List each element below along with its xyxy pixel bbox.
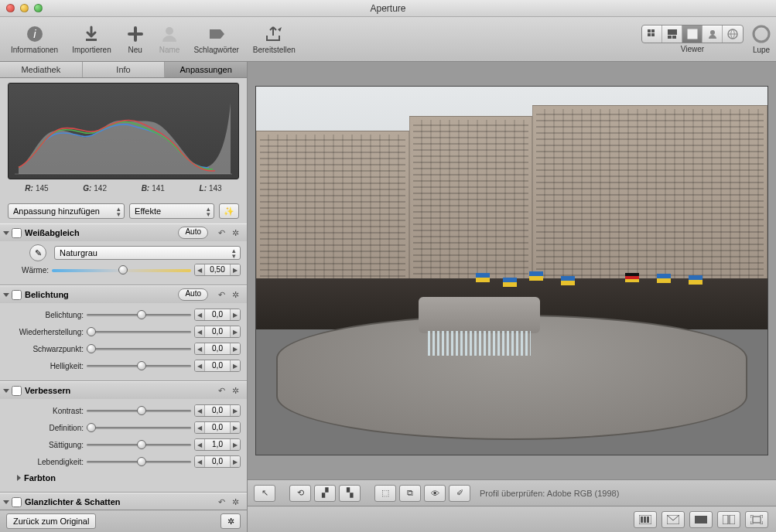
- vibrancy-slider[interactable]: [87, 456, 191, 467]
- brightness-stepper[interactable]: ◀0,0▶: [194, 360, 241, 372]
- svg-rect-23: [753, 517, 761, 523]
- gear-menu-button[interactable]: ✲: [220, 513, 241, 529]
- keyboard-button[interactable]: [689, 511, 713, 528]
- revert-button[interactable]: Zurück zum Original: [6, 513, 96, 529]
- contrast-stepper[interactable]: ◀0,0▶: [194, 404, 241, 417]
- split-view-icon[interactable]: [662, 26, 682, 43]
- single-view-icon[interactable]: [682, 26, 703, 43]
- histogram-readout: R:145 G:142 B:141 L:143: [8, 179, 239, 199]
- eyedropper-icon: ✎: [35, 248, 42, 258]
- tag-icon: [207, 24, 227, 44]
- import-icon: [81, 24, 101, 44]
- rotate-ccw-button[interactable]: ⟲: [289, 485, 311, 502]
- blackpoint-stepper[interactable]: ◀0,0▶: [194, 343, 241, 355]
- import-button[interactable]: Importieren: [66, 22, 118, 56]
- svg-rect-5: [651, 29, 655, 32]
- svg-rect-22: [730, 515, 735, 524]
- vibrancy-stepper[interactable]: ◀0,0▶: [194, 455, 241, 468]
- undo-icon[interactable]: ↶: [216, 289, 227, 300]
- tab-info[interactable]: Info: [83, 62, 166, 77]
- photo-preview[interactable]: [255, 86, 768, 455]
- brightness-slider[interactable]: [87, 360, 191, 371]
- gear-icon[interactable]: ✲: [230, 227, 241, 238]
- svg-rect-20: [695, 516, 707, 523]
- saturation-slider[interactable]: [87, 439, 191, 450]
- contrast-slider[interactable]: [87, 405, 191, 416]
- name-button: Name: [153, 22, 186, 56]
- keywords-button[interactable]: Schlagwörter: [187, 22, 244, 56]
- chevron-updown-icon: ▴▾: [232, 248, 236, 259]
- grid-view-icon[interactable]: [642, 26, 662, 43]
- straighten-icon: ▚: [347, 488, 353, 498]
- effects-dropdown[interactable]: Effekte ▴▾: [129, 203, 214, 219]
- svg-rect-9: [668, 36, 672, 39]
- retouch-button[interactable]: ✐: [449, 485, 470, 502]
- gear-icon: ✲: [227, 517, 234, 527]
- svg-rect-8: [668, 29, 677, 35]
- email-button[interactable]: [661, 511, 685, 528]
- disclosure-triangle-icon[interactable]: [3, 231, 9, 235]
- wb-enable-checkbox[interactable]: [12, 228, 22, 238]
- enhance-enable-checkbox[interactable]: [12, 386, 22, 396]
- recovery-stepper[interactable]: ◀0,0▶: [194, 326, 241, 338]
- svg-rect-4: [648, 29, 651, 32]
- window-title: Aperture: [0, 3, 776, 14]
- highlights-enable-checkbox[interactable]: [12, 497, 22, 507]
- svg-rect-18: [647, 517, 649, 523]
- undo-icon[interactable]: ↶: [216, 496, 227, 507]
- straighten-button[interactable]: ▚: [339, 485, 361, 502]
- svg-rect-7: [651, 33, 655, 36]
- compare-button[interactable]: [717, 511, 740, 528]
- chevron-updown-icon: ▴▾: [207, 206, 210, 217]
- exposure-enable-checkbox[interactable]: [12, 290, 22, 300]
- gear-icon[interactable]: ✲: [230, 496, 241, 507]
- hue-subsection[interactable]: Farbton: [6, 470, 241, 486]
- rotate-cw-icon: ▞: [322, 488, 328, 498]
- disclosure-triangle-icon[interactable]: [3, 293, 9, 297]
- undo-icon[interactable]: ↶: [216, 385, 227, 396]
- info-icon: i: [25, 24, 45, 44]
- add-adjustment-dropdown[interactable]: Anpassung hinzufügen ▴▾: [8, 203, 125, 219]
- new-button[interactable]: Neu: [119, 22, 152, 56]
- faces-view-icon[interactable]: [703, 26, 723, 43]
- recovery-slider[interactable]: [87, 326, 191, 337]
- redeye-button[interactable]: 👁: [424, 485, 446, 502]
- eyedropper-button[interactable]: ✎: [29, 244, 46, 261]
- places-view-icon[interactable]: [723, 26, 743, 43]
- crop-button[interactable]: ⧉: [399, 485, 421, 502]
- info-button[interactable]: i Informationen: [5, 22, 64, 56]
- auto-enhance-button[interactable]: ✨: [219, 203, 239, 219]
- svg-point-3: [166, 27, 173, 35]
- viewer-mode-segment[interactable]: [641, 25, 744, 43]
- blackpoint-slider[interactable]: [87, 343, 191, 354]
- gear-icon[interactable]: ✲: [230, 289, 241, 300]
- gear-icon[interactable]: ✲: [230, 385, 241, 396]
- exposure-stepper[interactable]: ◀0,0▶: [194, 309, 241, 321]
- disclosure-triangle-icon[interactable]: [3, 500, 9, 504]
- filmstrip-button[interactable]: [634, 511, 657, 528]
- warmth-stepper[interactable]: ◀0,50▶: [194, 264, 241, 276]
- arrow-icon: ↖: [262, 488, 268, 498]
- tab-adjustments[interactable]: Anpassungen: [165, 62, 247, 77]
- warmth-slider[interactable]: [52, 264, 191, 275]
- auto-enhance-tool-button[interactable]: ⬚: [374, 485, 396, 502]
- definition-slider[interactable]: [87, 422, 191, 433]
- wb-auto-button[interactable]: Auto: [178, 227, 208, 239]
- share-button[interactable]: Bereitstellen: [247, 22, 302, 56]
- viewer-area: ↖ ⟲ ▞ ▚ ⬚ ⧉ 👁 ✐ Profil überprüfen: Adobe…: [248, 62, 776, 532]
- loupe-button[interactable]: [751, 24, 771, 44]
- selection-tool-button[interactable]: ↖: [254, 485, 275, 502]
- wb-preset-dropdown[interactable]: Naturgrau ▴▾: [54, 246, 241, 260]
- saturation-stepper[interactable]: ◀1,0▶: [194, 438, 241, 451]
- undo-icon[interactable]: ↶: [216, 227, 227, 238]
- exposure-slider[interactable]: [87, 309, 191, 320]
- exposure-auto-button[interactable]: Auto: [178, 288, 208, 301]
- wand-icon: ✨: [224, 206, 234, 217]
- section-highlights-shadows: Glanzlichter & Schatten ↶ ✲: [0, 493, 247, 510]
- fullscreen-button[interactable]: [745, 511, 768, 528]
- definition-stepper[interactable]: ◀0,0▶: [194, 421, 241, 434]
- disclosure-triangle-icon[interactable]: [3, 389, 9, 393]
- rotate-cw-button[interactable]: ▞: [314, 485, 336, 502]
- tab-library[interactable]: Mediathek: [0, 62, 83, 77]
- titlebar: Aperture: [0, 0, 776, 17]
